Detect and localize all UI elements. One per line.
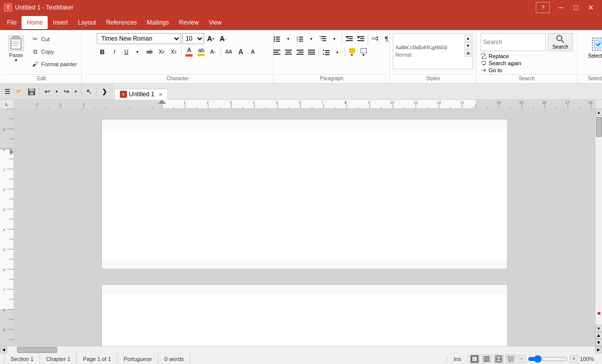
decrease-indent-button[interactable] [344,33,355,44]
cut-icon: ✂ [31,35,39,43]
draft-view-button[interactable] [482,354,492,363]
search-button[interactable]: Search [548,33,573,51]
zoom-out-button[interactable]: − [518,355,526,363]
font-color-button[interactable]: A [184,46,195,58]
menu-home[interactable]: Home [22,16,48,29]
font-name-select[interactable]: Times New Roman [97,33,181,44]
minimize-button[interactable]: ─ [554,2,568,13]
justify-button[interactable] [306,47,317,58]
undo-dropdown[interactable]: ▼ [54,86,60,97]
svg-rect-11 [276,41,280,42]
menu-layout[interactable]: Layout [73,16,101,29]
save-button[interactable] [26,86,37,97]
align-center-button[interactable] [283,47,294,58]
clear-format-button[interactable]: A× [208,46,219,57]
italic-button[interactable]: I [109,46,120,57]
menu-review[interactable]: Review [174,16,204,29]
styles-preview[interactable]: AaBbCcDdEeFfGgHhIiJj Normal ▲ ▼ ⊞ [393,33,473,69]
format-painter-button[interactable]: 🖌 Format painter [29,58,79,70]
underline-button[interactable]: U [121,46,132,57]
shrink-font-button[interactable]: A- [217,33,228,44]
maximize-button[interactable]: □ [569,2,583,13]
text-shrink-button[interactable]: A [247,46,258,57]
cut-button[interactable]: ✂ Cut [29,33,79,45]
close-button[interactable]: ✕ [584,2,598,13]
hscroll-thumb[interactable] [17,347,57,353]
horizontal-scrollbar: ◀ ▶ [0,346,602,353]
undo-button[interactable]: ↩ [42,86,53,97]
bullets-dropdown[interactable]: ▼ [283,33,294,44]
new-doc-button[interactable]: ☰ [2,86,13,97]
open-button[interactable]: 📂 [14,86,25,97]
goto-button[interactable]: Go to [481,67,521,73]
copy-button[interactable]: ⧉ Copy [29,46,79,58]
redo-dropdown[interactable]: ▼ [73,86,79,97]
hscroll-right-button[interactable]: ▶ [595,346,602,353]
replace-button[interactable]: Replace [481,53,521,59]
subscript-button[interactable]: X2 [156,46,167,57]
numbering-button[interactable]: 1. 2. 3. [294,33,306,44]
zoom-in-button[interactable]: + [570,355,578,363]
underline-dropdown[interactable]: ▼ [132,46,143,57]
hscroll-left-button[interactable]: ◀ [0,346,7,353]
grow-font-button[interactable]: A+ [205,33,216,44]
text-uppercase-button[interactable]: AA [223,46,234,57]
bold-button[interactable]: B [97,46,108,57]
tab-label: Untitled 1 [129,91,155,98]
more-button[interactable]: ❯ [99,86,110,97]
text-grow-button[interactable]: A [235,46,246,57]
scroll-thumb[interactable] [596,117,602,137]
highlight-button[interactable]: ab [196,46,207,58]
select-all-button[interactable]: Select all [584,33,602,61]
paste-button[interactable]: Paste ▼ [4,33,28,65]
svg-rect-191 [484,356,490,357]
web-view-button[interactable] [494,354,504,363]
line-spacing-dropdown[interactable]: ▼ [332,47,343,58]
print-view-button[interactable] [470,354,480,363]
scroll-up-button[interactable]: ▲ [595,109,603,116]
styles-down-arrow[interactable]: ▼ [465,42,472,49]
sort-button[interactable]: AZ [370,33,381,44]
line-spacing-button[interactable] [321,47,332,58]
zoom-slider[interactable] [528,355,568,363]
ruler-corner[interactable]: L [0,100,14,109]
menu-file[interactable]: File [2,16,22,29]
superscript-button[interactable]: X2 [168,46,179,57]
search-again-button[interactable]: Search again [481,60,521,66]
help-button[interactable]: ? [536,2,550,13]
styles-up-arrow[interactable]: ▲ [465,35,472,42]
font-size-select[interactable]: 10 [182,33,204,44]
hscroll-track[interactable] [7,346,595,353]
align-left-button[interactable] [271,47,282,58]
menu-insert[interactable]: Insert [48,16,73,29]
pointer-button[interactable]: ↖ [83,86,94,97]
menu-mailings[interactable]: Mailings [142,16,174,29]
svg-rect-35 [273,50,280,51]
border-button[interactable]: ▼ [358,46,369,58]
scroll-track[interactable] [595,116,603,325]
scroll-extra-down[interactable]: ⯆ [595,339,603,346]
page-1[interactable] [101,129,508,259]
menu-references[interactable]: References [101,16,141,29]
search-input[interactable] [481,33,546,51]
redo-button[interactable]: ↪ [61,86,72,97]
multilevel-button[interactable] [318,33,329,44]
increase-indent-button[interactable] [355,33,366,44]
content-area[interactable] [14,109,595,346]
multilevel-dropdown[interactable]: ▼ [329,33,340,44]
align-right-button[interactable] [294,47,306,58]
strikethrough-button[interactable]: ab [144,46,155,57]
bullets-button[interactable] [271,33,282,44]
scroll-down-button[interactable]: ▼ [595,325,603,332]
svg-text:1: 1 [184,101,186,104]
outline-view-button[interactable] [506,354,516,363]
svg-rect-64 [476,100,595,109]
document-tab[interactable]: T Untitled 1 ✕ [114,89,168,100]
menu-view[interactable]: View [204,16,227,29]
shading-button[interactable]: ▼ [347,46,358,58]
page-2[interactable] [101,294,508,346]
numbering-dropdown[interactable]: ▼ [306,33,317,44]
styles-more-arrow[interactable]: ⊞ [465,50,472,57]
tab-close-button[interactable]: ✕ [159,92,163,97]
scroll-extra-up[interactable]: ⯅ [595,332,603,339]
